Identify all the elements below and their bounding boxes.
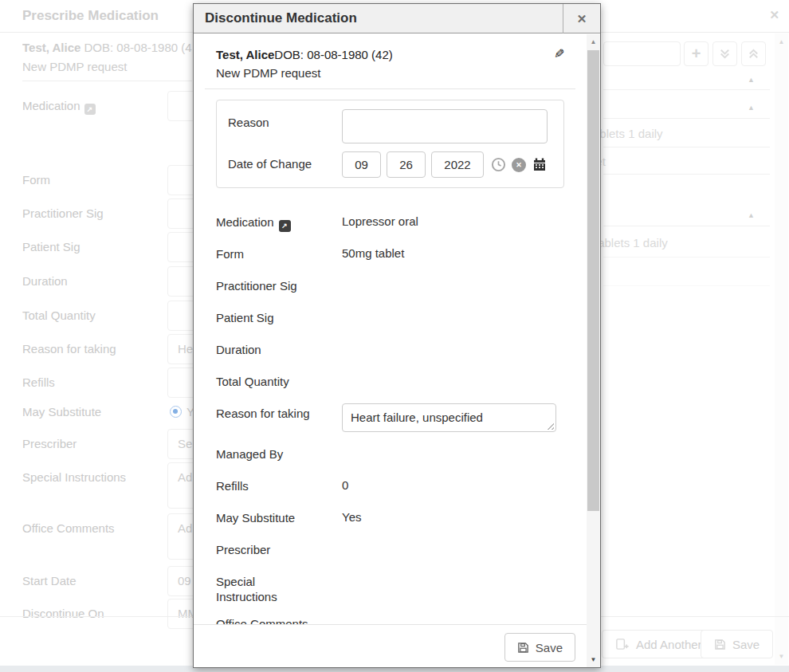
scrollbar-thumb[interactable] xyxy=(587,50,599,511)
discontinue-fieldset: Reason Date of Change 09 26 2022 ✕ xyxy=(216,100,564,188)
medication-label: Medication↗ xyxy=(216,212,342,232)
section-collapse-icon[interactable]: ▲ xyxy=(748,76,755,84)
bg-label-medication: Medication↗ xyxy=(22,99,96,115)
field-row-form: Form 50mg tablet xyxy=(216,244,564,264)
background-patient-dob: DOB: 08-08-1980 (42 xyxy=(80,41,192,54)
clock-icon[interactable] xyxy=(491,157,506,172)
field-row-managed-by: Managed By xyxy=(216,444,564,464)
add-medication-button[interactable]: + xyxy=(684,41,709,66)
bg-label-prescriber: Prescriber xyxy=(22,437,77,450)
save-label: Save xyxy=(536,641,563,654)
reason-for-taking-textarea[interactable]: Heart failure, unspecified xyxy=(342,403,556,432)
dialog-scrollbar[interactable]: ▲ ▼ xyxy=(587,34,600,667)
save-icon xyxy=(517,642,529,654)
scroll-down-icon[interactable]: ▼ xyxy=(775,653,788,660)
background-save-button[interactable]: Save xyxy=(701,630,773,658)
field-row-duration: Duration xyxy=(216,340,564,360)
app-window: Prescribe Medication ✕ Test, Alice DOB: … xyxy=(0,0,789,672)
dialog-title: Discontinue Medication xyxy=(205,10,357,26)
field-row-prescriber: Prescriber xyxy=(216,540,564,560)
chevron-double-down-icon xyxy=(718,47,732,61)
bg-may-substitute-radio[interactable] xyxy=(170,406,182,418)
background-scrollbar[interactable]: ▲ ▼ xyxy=(775,33,788,665)
plus-icon: + xyxy=(692,45,701,63)
save-icon xyxy=(714,639,726,650)
field-row-refills: Refills 0 xyxy=(216,476,564,496)
dialog-footer: Save xyxy=(194,624,587,667)
medication-search-input[interactable] xyxy=(603,41,681,66)
bg-label-may-substitute: May Substitute xyxy=(22,405,101,419)
edit-pencil-icon[interactable]: ✎ xyxy=(554,48,564,61)
field-row-total-quantity: Total Quantity xyxy=(216,371,564,391)
bg-label-start-date: Start Date xyxy=(22,574,77,588)
bg-label-reason-for-taking: Reason for taking xyxy=(22,342,116,356)
bg-label-office-comments: Office Comments xyxy=(22,521,115,535)
bg-label-discontinue-on: Discontinue On xyxy=(22,607,104,620)
divider xyxy=(22,81,192,81)
bg-label-form: Form xyxy=(22,173,50,187)
dialog-close-button[interactable]: ✕ xyxy=(563,4,600,33)
divider xyxy=(205,88,575,89)
scroll-up-icon[interactable]: ▲ xyxy=(587,38,600,45)
divider xyxy=(603,174,770,175)
section-collapse-icon[interactable]: ▲ xyxy=(748,104,755,112)
background-save-label: Save xyxy=(732,638,760,651)
patient-dob: DOB: 08-08-1980 (42) xyxy=(274,48,392,61)
scroll-up-icon[interactable]: ▲ xyxy=(775,38,788,45)
date-icons: ✕ xyxy=(491,151,548,178)
patient-name: Test, Alice xyxy=(216,48,274,61)
bg-label-special-instructions: Special Instructions xyxy=(22,470,126,484)
external-link-icon[interactable]: ↗ xyxy=(84,104,96,115)
field-row-special-instructions: Special Instructions xyxy=(216,572,564,604)
form-value: 50mg tablet xyxy=(342,244,404,264)
bg-label-patient-sig: Patient Sig xyxy=(22,240,80,253)
external-link-icon[interactable]: ↗ xyxy=(279,220,291,232)
divider xyxy=(603,285,770,286)
pdmp-request: New PDMP request xyxy=(216,66,564,80)
field-row-patient-sig: Patient Sig xyxy=(216,308,564,328)
date-of-change-row: Date of Change 09 26 2022 ✕ xyxy=(228,151,552,178)
bg-label-refills: Refills xyxy=(22,375,55,389)
divider xyxy=(603,89,770,90)
scroll-down-icon[interactable]: ▼ xyxy=(587,656,600,663)
date-year-input[interactable]: 2022 xyxy=(431,151,484,178)
field-row-medication: Medication↗ Lopressor oral xyxy=(216,212,564,232)
background-close-icon[interactable]: ✕ xyxy=(769,8,779,22)
close-icon: ✕ xyxy=(577,12,587,26)
reason-row: Reason xyxy=(228,109,552,143)
field-row-practitioner-sig: Practitioner Sig xyxy=(216,276,564,296)
divider xyxy=(603,118,770,119)
reason-textarea[interactable] xyxy=(342,109,548,143)
background-patient-name: Test, Alice xyxy=(22,41,80,54)
add-another-label: Add Another xyxy=(636,638,702,651)
date-month-input[interactable]: 09 xyxy=(342,151,381,178)
dialog-body: Test, Alice DOB: 08-08-1980 (42) ✎ New P… xyxy=(194,34,587,667)
resize-handle-icon[interactable] xyxy=(547,422,554,430)
section-collapse-icon[interactable]: ▲ xyxy=(748,211,755,219)
may-substitute-value: Yes xyxy=(342,508,361,528)
reason-label: Reason xyxy=(228,109,342,143)
chevron-double-up-icon xyxy=(747,47,760,61)
collapse-all-button[interactable] xyxy=(741,41,766,66)
clear-date-icon[interactable]: ✕ xyxy=(512,158,526,172)
calendar-icon[interactable] xyxy=(532,157,548,173)
save-button[interactable]: Save xyxy=(504,633,575,662)
bg-label-practitioner-sig: Practitioner Sig xyxy=(22,206,104,220)
medication-sig-fragment: ablets 1 daily xyxy=(593,127,663,140)
medication-sig-fragment: tablets 1 daily xyxy=(595,236,668,250)
add-another-icon xyxy=(615,638,630,650)
divider xyxy=(603,147,770,147)
divider xyxy=(603,226,770,226)
add-another-button[interactable]: Add Another xyxy=(602,630,716,658)
date-of-change-label: Date of Change xyxy=(228,151,342,178)
background-pdmp-request: New PDMP request xyxy=(22,60,192,73)
bg-label-duration: Duration xyxy=(22,274,68,288)
bg-label-total-quantity: Total Quantity xyxy=(22,308,96,322)
expand-all-button[interactable] xyxy=(712,41,737,66)
discontinue-medication-dialog: Discontinue Medication ✕ Test, Alice DOB… xyxy=(193,3,601,668)
background-patient-info: Test, Alice DOB: 08-08-1980 (42 New PDMP… xyxy=(22,41,192,73)
medication-value: Lopressor oral xyxy=(342,212,418,232)
date-day-input[interactable]: 26 xyxy=(387,151,426,178)
divider xyxy=(603,257,770,257)
field-row-reason-for-taking: Reason for taking Heart failure, unspeci… xyxy=(216,403,564,432)
